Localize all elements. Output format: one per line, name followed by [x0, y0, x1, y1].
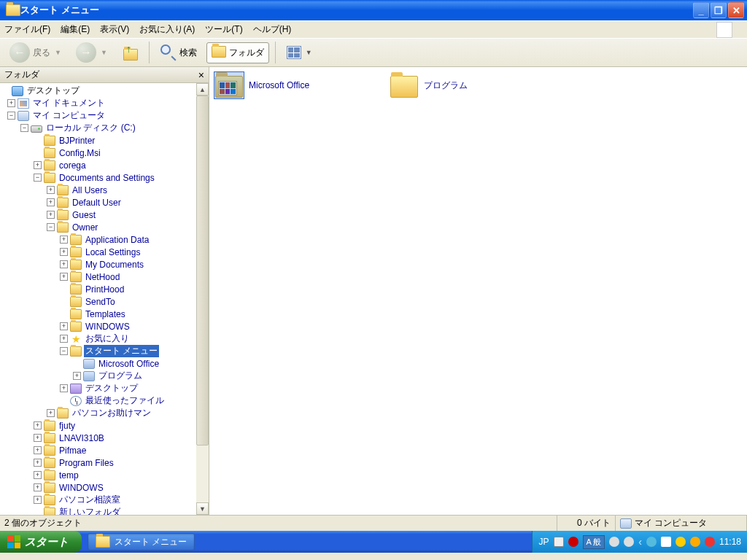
content-item-msoffice[interactable]: Microsoft Office: [215, 73, 361, 98]
tray-chevron-icon[interactable]: ‹: [638, 536, 642, 548]
tree-item[interactable]: +Local Settings: [0, 246, 196, 258]
start-button[interactable]: スタート: [0, 531, 82, 553]
clock[interactable]: 11:18: [719, 537, 741, 547]
expand-icon[interactable]: +: [47, 186, 55, 194]
expand-icon[interactable]: +: [47, 198, 55, 206]
tree-item[interactable]: +fjuty: [0, 419, 196, 432]
expand-icon[interactable]: +: [60, 273, 68, 281]
tree-item[interactable]: Microsoft Office: [0, 357, 196, 370]
tree-item[interactable]: +パソコンお助けマン: [0, 407, 196, 419]
tree-item[interactable]: 新しいフォルダ: [0, 506, 196, 515]
tree-item[interactable]: +LNAVI310B: [0, 432, 196, 444]
folder-tree[interactable]: デスクトップ +マイ ドキュメント −マイ コンピュータ −ローカル ディスク …: [0, 83, 196, 515]
forward-button[interactable]: → ▼: [71, 39, 112, 66]
up-button[interactable]: ↑: [117, 41, 143, 64]
collapse-icon[interactable]: −: [47, 223, 55, 231]
expand-icon[interactable]: +: [73, 372, 81, 380]
tree-item[interactable]: +デスクトップ: [0, 382, 196, 394]
expand-icon[interactable]: +: [34, 161, 42, 169]
tree-item[interactable]: +My Documents: [0, 258, 196, 271]
views-button[interactable]: ▼: [282, 42, 317, 63]
menu-favorites[interactable]: お気に入り(A): [139, 23, 195, 36]
tree-item[interactable]: +Default User: [0, 196, 196, 209]
tree-item[interactable]: PrintHood: [0, 283, 196, 295]
scroll-thumb[interactable]: [196, 96, 209, 446]
menu-help[interactable]: ヘルプ(H): [253, 23, 292, 36]
folders-button[interactable]: フォルダ: [206, 42, 269, 63]
tree-item[interactable]: +★お気に入り: [0, 332, 196, 345]
scroll-up-icon[interactable]: ▲: [196, 83, 209, 96]
tree-item[interactable]: +パソコン相談室: [0, 494, 196, 506]
folders-pane-close[interactable]: ×: [198, 69, 204, 81]
tree-item[interactable]: +WINDOWS: [0, 320, 196, 332]
expand-icon[interactable]: +: [34, 496, 42, 504]
taskbar-item[interactable]: スタート メニュー: [88, 533, 195, 551]
expand-icon[interactable]: +: [60, 384, 68, 392]
expand-icon[interactable]: +: [34, 459, 42, 467]
collapse-icon[interactable]: −: [20, 124, 28, 132]
tray-icon[interactable]: [676, 537, 686, 547]
tray-icon[interactable]: [705, 537, 715, 547]
collapse-icon[interactable]: −: [7, 112, 15, 120]
tree-item[interactable]: +WINDOWS: [0, 481, 196, 494]
content-pane[interactable]: Microsoft Office プログラム: [209, 67, 747, 515]
tree-item[interactable]: +Program Files: [0, 456, 196, 469]
expand-icon[interactable]: +: [47, 211, 55, 219]
tree-item[interactable]: 最近使ったファイル: [0, 394, 196, 407]
expand-icon[interactable]: +: [34, 434, 42, 442]
scroll-track[interactable]: [196, 96, 209, 502]
expand-icon[interactable]: +: [34, 471, 42, 479]
tree-item[interactable]: +All Users: [0, 184, 196, 196]
tree-item[interactable]: +Application Data: [0, 233, 196, 246]
collapse-icon[interactable]: −: [60, 347, 68, 355]
ime-indicator[interactable]: A 般: [583, 535, 605, 549]
collapse-icon[interactable]: −: [34, 174, 42, 182]
tree-item[interactable]: SendTo: [0, 295, 196, 308]
close-button[interactable]: ✕: [728, 2, 744, 18]
tree-mydocs[interactable]: +マイ ドキュメント: [0, 97, 196, 109]
menu-view[interactable]: 表示(V): [100, 23, 129, 36]
scroll-down-icon[interactable]: ▼: [196, 502, 209, 515]
expand-icon[interactable]: +: [60, 260, 68, 268]
tray-icon[interactable]: [646, 537, 657, 547]
menu-edit[interactable]: 編集(E): [61, 23, 90, 36]
tray-icon[interactable]: [661, 537, 671, 547]
menu-tools[interactable]: ツール(T): [205, 23, 242, 36]
expand-icon[interactable]: +: [47, 409, 55, 417]
tray-icon[interactable]: [568, 537, 578, 547]
search-button[interactable]: 検索: [155, 41, 202, 64]
tree-item[interactable]: Templates: [0, 308, 196, 320]
tree-cdrive[interactable]: −ローカル ディスク (C:): [0, 122, 196, 134]
maximize-button[interactable]: ❐: [711, 2, 727, 18]
expand-icon[interactable]: +: [60, 335, 68, 343]
menu-file[interactable]: ファイル(F): [4, 23, 50, 36]
tree-startmenu[interactable]: −スタート メニュー: [0, 345, 196, 357]
expand-icon[interactable]: +: [7, 99, 15, 107]
tree-item[interactable]: +Guest: [0, 209, 196, 221]
tree-item[interactable]: +temp: [0, 469, 196, 481]
tray-icon[interactable]: [690, 537, 700, 547]
expand-icon[interactable]: +: [34, 421, 42, 429]
tray-icon[interactable]: [609, 537, 619, 547]
tree-item[interactable]: −Documents and Settings: [0, 171, 196, 184]
tree-scrollbar[interactable]: ▲ ▼: [196, 83, 209, 515]
windows-flag-icon[interactable]: [716, 22, 732, 38]
tree-item[interactable]: +プログラム: [0, 370, 196, 382]
tree-desktop[interactable]: デスクトップ: [0, 85, 196, 97]
tree-item[interactable]: +NetHood: [0, 271, 196, 283]
keyboard-icon[interactable]: [554, 537, 564, 547]
expand-icon[interactable]: +: [60, 248, 68, 256]
tree-item[interactable]: BJPrinter: [0, 134, 196, 147]
content-item-programs[interactable]: プログラム: [390, 73, 536, 98]
tree-mycomp[interactable]: −マイ コンピュータ: [0, 109, 196, 122]
expand-icon[interactable]: +: [60, 322, 68, 330]
lang-indicator[interactable]: JP: [538, 537, 549, 547]
tree-item[interactable]: +Pifmae: [0, 444, 196, 456]
tree-item[interactable]: +corega: [0, 159, 196, 171]
tree-item[interactable]: −Owner: [0, 221, 196, 233]
minimize-button[interactable]: _: [693, 2, 709, 18]
expand-icon[interactable]: +: [60, 236, 68, 244]
expand-icon[interactable]: +: [34, 483, 42, 491]
expand-icon[interactable]: +: [34, 446, 42, 454]
tree-item[interactable]: Config.Msi: [0, 147, 196, 159]
